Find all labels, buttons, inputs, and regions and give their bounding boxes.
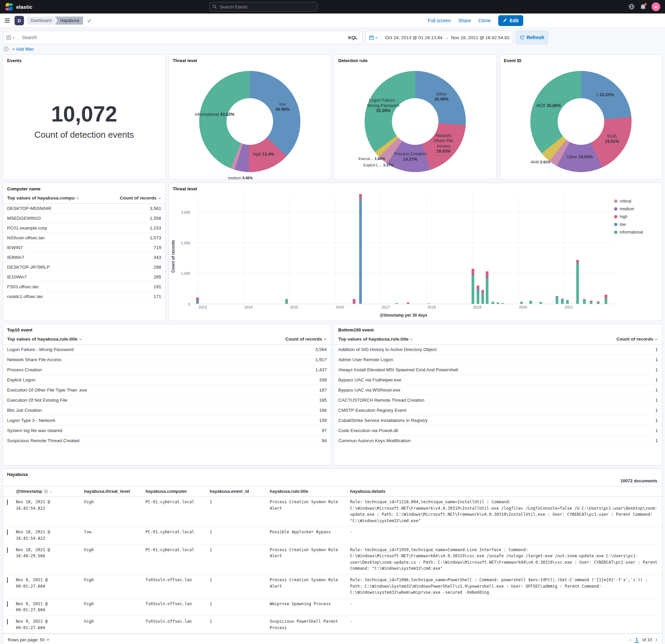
- refresh-button[interactable]: Refresh: [516, 31, 548, 44]
- table-row[interactable]: Logon Type 3 - Network 159: [3, 416, 331, 425]
- table-row[interactable]: DESKTOP-JR78RLP 298: [3, 262, 166, 272]
- stacked-bar[interactable]: [285, 194, 288, 304]
- fullscreen-button[interactable]: Full screen: [428, 18, 451, 23]
- column-header-details[interactable]: hayabusa.details: [350, 489, 659, 494]
- space-avatar[interactable]: D: [15, 16, 24, 25]
- stacked-bar[interactable]: [590, 194, 592, 304]
- table-row[interactable]: System log file was cleared 97: [3, 425, 331, 436]
- panel-title[interactable]: Event ID: [500, 55, 662, 64]
- stacked-bar[interactable]: [428, 194, 430, 304]
- stacked-bar[interactable]: [520, 194, 523, 304]
- legend-item[interactable]: critical: [614, 199, 659, 204]
- column-header-computer[interactable]: hayabusa.computer: [146, 489, 204, 494]
- stacked-bar[interactable]: [501, 194, 504, 304]
- stacked-bar[interactable]: [359, 194, 362, 304]
- kql-language-button[interactable]: KQL: [344, 35, 362, 40]
- date-range-picker[interactable]: Oct 24, 2013 @ 01:16:13.84 → Nov 18, 202…: [365, 31, 513, 44]
- clone-button[interactable]: Clone: [478, 18, 491, 23]
- table-row[interactable]: Bypass UAC via Fodhelper.exe 1: [334, 375, 662, 385]
- legend-item[interactable]: high: [614, 214, 659, 219]
- column-header-count[interactable]: Count of records: [285, 337, 327, 342]
- stacked-bar[interactable]: [561, 194, 564, 304]
- stacked-bar[interactable]: [605, 194, 607, 304]
- table-row[interactable]: Execution Of Not Existing File 185: [3, 395, 331, 405]
- add-filter-button[interactable]: + Add filter: [12, 46, 34, 52]
- table-row[interactable]: CobaltStrike Service Installations in Re…: [334, 416, 662, 425]
- table-row[interactable]: Logon Failure - Wrong Password 3,564: [3, 345, 331, 355]
- breadcrumb-current[interactable]: Hayabusa: [55, 17, 83, 25]
- menu-hamburger-icon[interactable]: [3, 17, 11, 24]
- kql-search-box[interactable]: KQL: [3, 31, 363, 44]
- table-row[interactable]: Process Creation 1,437: [3, 365, 331, 375]
- threat-level-donut-chart[interactable]: low 36.98%high 13.4%medium 4.46%informat…: [199, 71, 300, 172]
- panel-title[interactable]: Hayabusa: [3, 469, 662, 478]
- table-row[interactable]: Network Share File Access 1,917: [3, 355, 331, 365]
- global-search-input[interactable]: [219, 4, 314, 10]
- panel-title[interactable]: Threat level: [169, 183, 662, 192]
- column-header-name[interactable]: Top values of hayabusa.compu: [7, 195, 79, 201]
- panel-title[interactable]: Detection rule: [334, 55, 497, 64]
- stacked-bar[interactable]: [529, 194, 532, 304]
- table-row[interactable]: CACTUSTORCH Remote Thread Creation 1: [334, 395, 662, 405]
- expand-row-icon[interactable]: [7, 619, 8, 624]
- stacked-bar[interactable]: [492, 194, 494, 304]
- stacked-bar[interactable]: [556, 194, 558, 304]
- expand-row-icon[interactable]: [7, 499, 8, 505]
- elastic-brand[interactable]: elastic: [5, 2, 33, 11]
- breadcrumb-dashboard[interactable]: Dashboard: [27, 17, 56, 25]
- table-row[interactable]: rootdc1.offsec.lan 171: [3, 291, 166, 301]
- saved-query-menu-button[interactable]: [3, 31, 19, 44]
- date-from[interactable]: Oct 24, 2013 @ 01:16:13.84: [385, 35, 442, 40]
- table-row[interactable]: IE8Win7 343: [3, 252, 166, 262]
- column-header-threat-level[interactable]: hayabusa.threat_level: [84, 489, 140, 494]
- query-input[interactable]: [19, 35, 344, 40]
- table-row[interactable]: Always Install Elevated MSI Spawned Cmd …: [334, 365, 662, 375]
- column-header-name[interactable]: Top values of hayabusa.rule.title: [7, 337, 82, 342]
- stacked-bar[interactable]: [472, 194, 474, 304]
- rows-per-page-selector[interactable]: Rows per page: 50: [8, 637, 50, 642]
- filter-options-icon[interactable]: [3, 46, 9, 52]
- stacked-bar[interactable]: [583, 194, 586, 304]
- stacked-bar[interactable]: [395, 194, 398, 304]
- stacked-bar[interactable]: [576, 194, 579, 304]
- table-row[interactable]: Addition of SID History to Active Direct…: [334, 345, 662, 355]
- table-row[interactable]: Admin User Remote Logon 1: [334, 355, 662, 365]
- column-header-timestamp[interactable]: @timestamp ↓: [16, 489, 79, 494]
- column-header-count[interactable]: Count of records: [120, 195, 162, 201]
- panel-title[interactable]: Bottom100 event: [334, 324, 662, 333]
- notifications-bell-icon[interactable]: [640, 4, 646, 10]
- table-row[interactable]: fs03vuln.offsec.lan 1,073: [3, 233, 166, 243]
- stacked-bar[interactable]: [486, 194, 489, 304]
- help-icon[interactable]: [629, 4, 634, 10]
- table-row[interactable]: Explicit Logon 339: [3, 375, 331, 385]
- event-id-donut-chart[interactable]: 1 23.53%5145 19.51%Other 14.93%4648 3.41…: [530, 71, 632, 172]
- stacked-bar[interactable]: [477, 194, 479, 304]
- current-page-button[interactable]: 1: [634, 637, 639, 643]
- previous-page-icon[interactable]: ‹: [629, 637, 631, 643]
- table-row[interactable]: Commun Autorun Keys Modification 1: [334, 436, 662, 446]
- user-avatar[interactable]: e: [651, 2, 660, 11]
- table-row[interactable]: Execution Of Other File Type Than .exe 1…: [3, 385, 331, 395]
- share-button[interactable]: Share: [458, 18, 471, 23]
- table-row[interactable]: Code Execution via Pcwutl.dll 1: [334, 425, 662, 436]
- stacked-bar[interactable]: [566, 194, 569, 304]
- timeseries-plot[interactable]: [193, 194, 614, 304]
- table-row[interactable]: FS03.offsec.lan 191: [3, 282, 166, 291]
- column-header-name[interactable]: Top values of hayabusa.rule.title: [338, 337, 413, 342]
- table-row[interactable]: Suspicious Remote Thread Created 94: [3, 436, 331, 446]
- column-header-event-id[interactable]: hayabusa.event_id: [210, 489, 264, 494]
- expand-row-icon[interactable]: [7, 547, 8, 553]
- panel-title[interactable]: Top10 event: [3, 324, 331, 333]
- table-row[interactable]: Bits Job Creation 168: [3, 405, 331, 416]
- expand-row-icon[interactable]: [7, 602, 8, 607]
- calendar-icon[interactable]: [366, 31, 382, 44]
- table-row[interactable]: PC01.example.corp 1,153: [3, 223, 166, 233]
- table-row[interactable]: Bypass UAC via WSReset.exe 1: [334, 385, 662, 395]
- stacked-bar[interactable]: [597, 194, 600, 304]
- panel-title[interactable]: Threat level: [169, 55, 331, 64]
- panel-title[interactable]: Computer name: [3, 183, 166, 192]
- global-search[interactable]: [209, 2, 317, 12]
- legend-item[interactable]: medium: [614, 207, 659, 211]
- table-row[interactable]: IE10Win7 285: [3, 272, 166, 282]
- stacked-bar[interactable]: [353, 194, 356, 304]
